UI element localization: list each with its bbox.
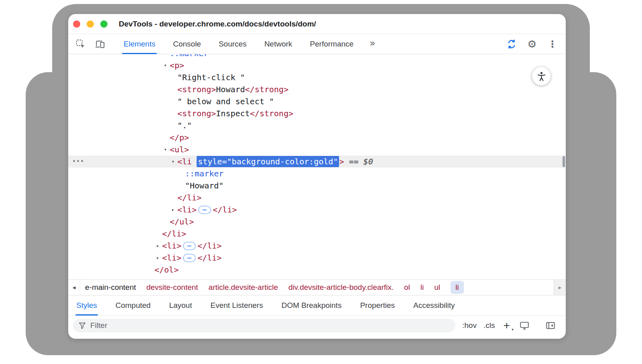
panel-tab-dom-breakpoints[interactable]: DOM Breakpoints xyxy=(280,295,342,315)
breadcrumb-item[interactable]: li xyxy=(421,283,424,292)
close-button[interactable] xyxy=(73,20,80,28)
panel-tab-computed[interactable]: Computed xyxy=(115,295,152,315)
dom-tree-line[interactable]: ▾<p> xyxy=(68,59,566,71)
code-token-tag: </ol> xyxy=(154,265,179,275)
code-token-plain: "Howard" xyxy=(185,181,223,190)
dom-tree-line[interactable]: </ul> xyxy=(68,216,566,228)
code-token-tag: </p> xyxy=(170,133,189,142)
row-actions-dots-icon[interactable]: ••• xyxy=(72,156,84,168)
dom-tree-line[interactable]: </li> xyxy=(68,192,566,204)
zoom-button[interactable] xyxy=(100,20,108,28)
collapse-arrow-icon[interactable]: ▾ xyxy=(169,156,177,168)
tab-network[interactable]: Network xyxy=(263,34,294,54)
toggle-element-state-button[interactable]: :hov xyxy=(462,321,477,330)
code-token-tag: </li> xyxy=(213,205,237,214)
expand-arrow-icon[interactable]: ▸ xyxy=(169,204,177,216)
panel-tab-accessibility[interactable]: Accessibility xyxy=(412,295,455,315)
breadcrumb-item[interactable]: article.devsite-article xyxy=(209,283,278,292)
dom-tree-line[interactable]: </li> xyxy=(68,228,566,240)
dom-tree-line[interactable]: ▸<li>⋯</li> xyxy=(68,240,566,252)
expand-ellipsis-button[interactable]: ⋯ xyxy=(183,242,196,250)
code-token-tag: <strong> xyxy=(177,85,216,94)
code-token-plain: Howard xyxy=(216,85,245,94)
titlebar: DevTools - developer.chrome.com/docs/dev… xyxy=(68,14,566,34)
dom-tree-line[interactable]: •••▾<li style="background-color:gold"> =… xyxy=(68,156,566,168)
dom-tree-line[interactable]: ▸<li>⋯</li> xyxy=(68,204,566,216)
code-token-plain: "Right-click " xyxy=(177,73,245,82)
breadcrumb-scroll-right-icon[interactable]: ▸ xyxy=(554,280,566,295)
filter-field[interactable] xyxy=(73,319,455,332)
minimize-button[interactable] xyxy=(87,20,94,28)
kebab-menu-icon[interactable]: ⋮ xyxy=(547,38,559,50)
dom-tree-line[interactable]: ::marker xyxy=(68,54,566,59)
code-token-plain: Inspect xyxy=(216,109,250,118)
dom-tree-line[interactable]: </p> xyxy=(68,131,566,144)
toggle-classes-button[interactable]: .cls xyxy=(484,321,495,330)
breadcrumb-item[interactable]: ol xyxy=(404,283,410,292)
breadcrumb: e-main-contentdevsite-contentarticle.dev… xyxy=(80,280,554,295)
main-tabs: ElementsConsoleSourcesNetworkPerformance xyxy=(122,34,370,54)
code-token-plain xyxy=(192,157,197,166)
dom-tree-line[interactable]: " below and select " xyxy=(68,95,566,107)
scrollbar-thumb[interactable] xyxy=(563,156,565,167)
code-token-attrsel[interactable]: style="background-color:gold" xyxy=(197,156,339,167)
code-token-tag: </li> xyxy=(197,241,221,251)
more-tabs-icon[interactable]: » xyxy=(370,38,376,48)
dom-tree-line[interactable]: "." xyxy=(68,119,566,131)
dom-tree-line[interactable]: "Right-click " xyxy=(68,71,566,83)
panel-tab-styles[interactable]: Styles xyxy=(75,295,98,315)
accessibility-button[interactable] xyxy=(532,67,551,85)
breadcrumb-item[interactable]: e-main-content xyxy=(85,283,136,292)
tab-console[interactable]: Console xyxy=(171,34,203,54)
breadcrumb-item[interactable]: div.devsite-article-body.clearfix. xyxy=(288,283,394,292)
code-token-dollar: $0 xyxy=(364,157,373,166)
dom-tree-line[interactable]: ▸<li>⋯</li> xyxy=(68,252,566,264)
code-token-tag: </strong> xyxy=(250,109,293,118)
code-token-tag: <ul> xyxy=(170,145,189,154)
breadcrumb-item[interactable]: devsite-content xyxy=(146,283,198,292)
breadcrumb-item[interactable]: ul xyxy=(434,283,440,292)
dom-tree-line[interactable]: <strong>Inspect</strong> xyxy=(68,107,566,119)
dom-tree-line[interactable]: </ol> xyxy=(68,264,566,276)
tab-performance[interactable]: Performance xyxy=(308,34,355,54)
caret-down-icon: ▾ xyxy=(512,328,514,332)
code-token-tag: <li> xyxy=(162,241,181,251)
breadcrumb-scroll-left-icon[interactable]: ◂ xyxy=(68,280,80,295)
settings-gear-icon[interactable]: ⚙ xyxy=(526,38,538,50)
dom-tree-line[interactable]: ::marker xyxy=(68,168,566,180)
breadcrumb-bar: ◂ e-main-contentdevsite-contentarticle.d… xyxy=(68,279,566,295)
new-style-rule-button[interactable]: +▾ xyxy=(503,320,510,331)
code-token-tag: > xyxy=(339,157,344,166)
dom-tree-line[interactable]: ▾<ul> xyxy=(68,144,566,156)
panel-tab-layout[interactable]: Layout xyxy=(168,295,193,315)
dom-tree-line[interactable]: <strong>Howard</strong> xyxy=(68,83,566,95)
breadcrumb-item[interactable]: li xyxy=(451,281,463,294)
code-token-tag: </li> xyxy=(177,193,201,202)
dom-tree-line[interactable]: "Howard" xyxy=(68,180,566,192)
toggle-sidebar-icon[interactable] xyxy=(544,320,557,332)
inspect-icon[interactable] xyxy=(75,38,87,50)
devtools-window: DevTools - developer.chrome.com/docs/dev… xyxy=(68,14,566,339)
code-token-tag: <strong> xyxy=(177,109,216,118)
panel-tab-properties[interactable]: Properties xyxy=(359,295,396,315)
tab-elements[interactable]: Elements xyxy=(122,34,157,54)
expand-ellipsis-button[interactable]: ⋯ xyxy=(183,254,196,262)
expand-ellipsis-button[interactable]: ⋯ xyxy=(198,206,211,214)
sync-icon[interactable] xyxy=(506,38,518,50)
code-token-pseudo: ::marker xyxy=(170,54,208,58)
code-token-tag: <li> xyxy=(177,205,197,214)
expand-arrow-icon[interactable]: ▸ xyxy=(154,252,162,264)
panel-tab-event-listeners[interactable]: Event Listeners xyxy=(209,295,264,315)
code-token-pseudo: ::marker xyxy=(185,169,223,178)
code-token-tag: </ul> xyxy=(170,217,194,226)
expand-arrow-icon[interactable]: ▸ xyxy=(154,240,162,252)
collapse-arrow-icon[interactable]: ▾ xyxy=(161,59,169,71)
collapse-arrow-icon[interactable]: ▾ xyxy=(161,144,169,156)
filter-input[interactable] xyxy=(90,321,451,330)
code-token-tag: <li xyxy=(177,157,192,166)
toggle-rendering-icon[interactable] xyxy=(518,320,530,332)
accessibility-person-icon xyxy=(536,71,547,82)
plus-icon: + xyxy=(503,319,510,332)
tab-sources[interactable]: Sources xyxy=(217,34,248,54)
device-toolbar-icon[interactable] xyxy=(94,38,106,50)
